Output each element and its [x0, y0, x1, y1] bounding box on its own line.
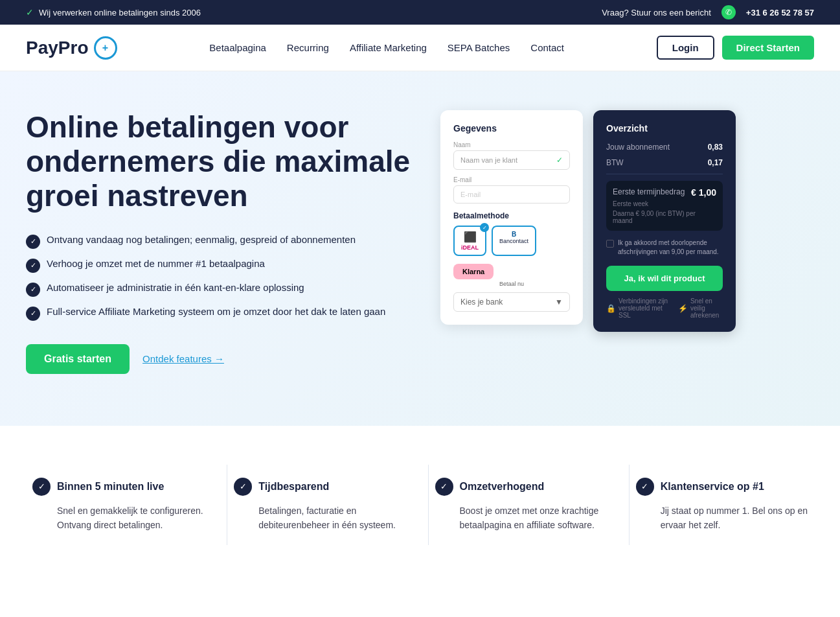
phone-link[interactable]: +31 6 26 52 78 57 — [746, 8, 814, 17]
first-term-week: Eerste week — [613, 200, 716, 207]
nav-links: Betaalpagina Recurring Affiliate Marketi… — [209, 42, 564, 53]
payment-section-label: Betaalmethode — [453, 211, 570, 220]
feature-title-3: Omzetverhogend — [460, 481, 545, 493]
overview-title: Overzicht — [606, 123, 723, 134]
hero-title: Online betalingen voor ondernemers die m… — [26, 110, 414, 213]
logo-icon: + — [94, 36, 117, 60]
ssl-text: Verbindingen zijn versleuteld met SSL — [619, 297, 673, 319]
feature-item-4: ✓ Full-service Affiliate Marketing syste… — [26, 306, 414, 321]
direct-starten-button[interactable]: Direct Starten — [722, 36, 814, 60]
logo[interactable]: PayPro + — [26, 36, 117, 60]
feature-text-4: Full-service Affiliate Marketing systeem… — [47, 306, 385, 317]
bancontact-button[interactable]: B Bancontact — [492, 226, 536, 256]
feature-desc-4: Jij staat op nummer 1. Bel ons op en erv… — [636, 504, 808, 533]
feature-check-icon-1: ✓ — [32, 478, 51, 496]
bank-placeholder: Kies je bank — [460, 297, 503, 307]
btw-value: 0,17 — [708, 158, 723, 167]
name-input[interactable]: Naam van je klant ✓ — [453, 150, 570, 170]
hero-section: Online betalingen voor ondernemers die m… — [0, 71, 840, 426]
bancontact-label: Bancontact — [499, 238, 528, 244]
logo-text: PayPro — [26, 38, 89, 58]
payment-methods: ✓ ⬛ iDEAL B Bancontact — [453, 226, 570, 256]
bank-chevron-icon: ▼ — [555, 297, 563, 307]
feature-item-2: ✓ Verhoog je omzet met de nummer #1 beta… — [26, 258, 414, 273]
fast-icon: ⚡ — [678, 304, 688, 313]
first-term-value: € 1,00 — [691, 187, 716, 198]
ssl-secure-item: 🔒 Verbindingen zijn versleuteld met SSL — [606, 297, 673, 319]
nav-contact[interactable]: Contact — [530, 42, 564, 53]
feature-card-3: ✓ Omzetverhogend Boost je omzet met onze… — [428, 465, 613, 546]
feature-text-2: Verhoog je omzet met de nummer #1 betaal… — [47, 258, 265, 269]
nav-sepa[interactable]: SEPA Batches — [448, 42, 510, 53]
email-label: E-mail — [453, 176, 570, 183]
nav-actions: Login Direct Starten — [657, 36, 814, 60]
email-placeholder: E-mail — [460, 191, 481, 198]
email-field: E-mail E-mail — [453, 176, 570, 204]
first-term-sub: Daarna € 9,00 (inc BTW) per maand — [613, 210, 716, 224]
feature-desc-3: Boost je omzet met onze krachtige betaal… — [435, 504, 607, 533]
terms-checkbox-row[interactable]: Ik ga akkoord met doorlopende afschrijvi… — [606, 239, 723, 257]
check-icon-4: ✓ — [26, 307, 40, 321]
feature-header-4: ✓ Klantenservice op #1 — [636, 478, 808, 496]
feature-header-1: ✓ Binnen 5 minuten live — [32, 478, 205, 496]
ideal-icon: ⬛ — [464, 231, 477, 243]
name-field: Naam Naam van je klant ✓ — [453, 141, 570, 170]
feature-check-icon-2: ✓ — [234, 478, 252, 496]
lock-icon: 🔒 — [606, 304, 616, 313]
feature-text-1: Ontvang vandaag nog betalingen; eenmalig… — [47, 234, 356, 245]
first-term-row: Eerste termijnbedrag € 1,00 — [613, 187, 716, 198]
feature-item-1: ✓ Ontvang vandaag nog betalingen; eenmal… — [26, 234, 414, 249]
nav-recurring[interactable]: Recurring — [287, 42, 329, 53]
feature-desc-1: Snel en gemakkelijk te configureren. Ont… — [32, 504, 205, 533]
subscription-value: 0,83 — [708, 143, 723, 152]
ontdek-features-link[interactable]: Ontdek features → — [142, 353, 224, 364]
email-input[interactable]: E-mail — [453, 185, 570, 204]
check-icon: ✓ — [26, 7, 34, 17]
ideal-selected-check: ✓ — [480, 223, 489, 232]
form-title: Gegevens — [453, 123, 570, 134]
fast-text: Snel en veilig afrekenen — [690, 297, 723, 319]
feature-desc-2: Betalingen, facturatie en debiteurenbehe… — [234, 504, 405, 533]
gratis-starten-button[interactable]: Gratis starten — [26, 344, 130, 374]
overview-divider — [606, 174, 723, 174]
login-button[interactable]: Login — [657, 36, 714, 60]
feature-card-2: ✓ Tijdbesparend Betalingen, facturatie e… — [227, 465, 412, 546]
feature-header-2: ✓ Tijdbesparend — [234, 478, 405, 496]
feature-title-2: Tijdbesparend — [258, 481, 329, 493]
whatsapp-icon: ✆ — [721, 5, 736, 19]
navbar: PayPro + Betaalpagina Recurring Affiliat… — [0, 25, 840, 71]
check-icon-2: ✓ — [26, 259, 40, 273]
topbar-right: Vraag? Stuur ons een bericht ✆ +31 6 26 … — [602, 5, 814, 19]
first-term-section: Eerste termijnbedrag € 1,00 Eerste week … — [606, 181, 723, 231]
terms-text: Ik ga akkoord met doorlopende afschrijvi… — [618, 239, 723, 257]
feature-card-4: ✓ Klantenservice op #1 Jij staat op numm… — [629, 465, 814, 546]
feature-header-3: ✓ Omzetverhogend — [435, 478, 607, 496]
ideal-button[interactable]: ✓ ⬛ iDEAL — [453, 226, 486, 256]
ideal-label: iDEAL — [461, 244, 479, 251]
overview-card: Overzicht Jouw abonnement 0,83 BTW 0,17 … — [593, 110, 736, 332]
feature-check-icon-4: ✓ — [636, 478, 654, 496]
nav-affiliate[interactable]: Affiliate Marketing — [350, 42, 427, 53]
klarna-label: Klarna — [462, 268, 484, 275]
overview-row-btw: BTW 0,17 — [606, 158, 723, 167]
input-check-icon: ✓ — [556, 156, 563, 165]
hero-features: ✓ Ontvang vandaag nog betalingen; eenmal… — [26, 234, 414, 321]
klarna-button[interactable]: Klarna — [453, 264, 494, 279]
topbar-question: Vraag? Stuur ons een bericht — [602, 8, 711, 17]
check-icon-3: ✓ — [26, 283, 40, 297]
confirm-button[interactable]: Ja, ik wil dit product — [606, 266, 723, 291]
hero-left: Online betalingen voor ondernemers die m… — [26, 110, 414, 374]
feature-title-4: Klantenservice op #1 — [661, 481, 764, 493]
features-section: ✓ Binnen 5 minuten live Snel en gemakkel… — [0, 426, 840, 585]
bancontact-icon: B — [512, 231, 516, 238]
topbar-left: ✓ Wij verwerken online betalingen sinds … — [26, 7, 201, 17]
first-term-label: Eerste termijnbedrag — [613, 187, 685, 198]
btw-label: BTW — [606, 158, 624, 167]
hero-right: Gegevens Naam Naam van je klant ✓ E-mail… — [440, 110, 736, 332]
terms-checkbox[interactable] — [606, 240, 614, 248]
feature-check-icon-3: ✓ — [435, 478, 453, 496]
klarna-sub: Betaal nu — [453, 281, 570, 287]
bank-select[interactable]: Kies je bank ▼ — [453, 292, 570, 312]
nav-betaalpagina[interactable]: Betaalpagina — [209, 42, 266, 53]
fast-secure-item: ⚡ Snel en veilig afrekenen — [678, 297, 723, 319]
